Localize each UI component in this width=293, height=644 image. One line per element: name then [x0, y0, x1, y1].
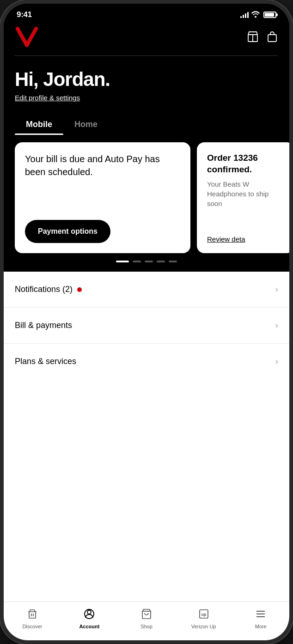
wifi-icon — [251, 11, 260, 19]
dot-1 — [116, 261, 129, 262]
more-icon — [255, 608, 266, 621]
order-card: Order 13236 confirmed. Your Beats W Head… — [197, 142, 289, 253]
notifications-label: Notifications (2) — [15, 285, 73, 294]
review-details-link[interactable]: Review deta — [207, 235, 284, 243]
verizon-logo — [15, 27, 39, 50]
order-card-title: Order 13236 confirmed. — [207, 152, 284, 175]
order-card-subtitle: Your Beats W Headphones to ship soon — [207, 179, 284, 208]
payment-options-button[interactable]: Payment options — [25, 220, 110, 243]
bottom-nav: Discover Account — [4, 601, 289, 640]
dot-3 — [145, 261, 153, 262]
signal-bars-icon — [240, 12, 249, 18]
svg-text:up: up — [201, 612, 206, 617]
notifications-chevron: › — [275, 285, 278, 294]
greeting-title: Hi, Jordan. — [15, 69, 278, 90]
notifications-menu-item[interactable]: Notifications (2) › — [4, 272, 289, 308]
notification-dot — [77, 287, 82, 292]
bill-payments-chevron: › — [275, 321, 278, 330]
notifications-left: Notifications (2) — [15, 285, 82, 294]
svg-point-6 — [87, 610, 91, 614]
bill-card: Your bill is due and Auto Pay has been s… — [15, 142, 190, 253]
discover-label: Discover — [22, 624, 42, 629]
status-bar: 9:41 — [4, 4, 289, 23]
battery-icon — [263, 12, 276, 18]
more-label: More — [255, 624, 267, 629]
status-icons — [240, 11, 276, 19]
tab-bar: Mobile Home — [4, 111, 289, 135]
phone-inner: 9:41 — [4, 4, 289, 640]
nav-verizon-up[interactable]: up Verizon Up — [175, 607, 232, 631]
cards-section: Your bill is due and Auto Pay has been s… — [4, 135, 289, 253]
main-content: Hi, Jordan. Edit profile & settings Mobi… — [4, 56, 289, 601]
bill-payments-menu-item[interactable]: Bill & payments › — [4, 308, 289, 344]
bill-card-message: Your bill is due and Auto Pay has been s… — [25, 152, 180, 178]
nav-account[interactable]: Account — [61, 607, 118, 631]
plans-services-label: Plans & services — [15, 357, 76, 366]
greeting-section: Hi, Jordan. Edit profile & settings — [4, 56, 289, 111]
account-label: Account — [79, 624, 99, 629]
bag-icon[interactable] — [266, 31, 278, 46]
nav-shop[interactable]: Shop — [118, 607, 175, 631]
dot-5 — [169, 261, 177, 262]
dot-4 — [157, 261, 165, 262]
plans-services-menu-item[interactable]: Plans & services › — [4, 344, 289, 373]
tab-home[interactable]: Home — [63, 111, 109, 135]
tab-mobile[interactable]: Mobile — [15, 111, 63, 135]
app-header — [4, 23, 289, 55]
nav-more[interactable]: More — [232, 607, 289, 631]
header-icons — [247, 31, 278, 46]
store-icon[interactable] — [247, 31, 259, 46]
edit-profile-link[interactable]: Edit profile & settings — [15, 94, 80, 102]
nav-discover[interactable]: Discover — [4, 607, 61, 631]
bill-payments-left: Bill & payments — [15, 321, 72, 330]
verizon-up-icon: up — [198, 608, 209, 621]
dots-indicator — [4, 253, 289, 272]
shop-label: Shop — [140, 624, 153, 629]
plans-services-chevron: › — [275, 357, 278, 366]
discover-icon — [27, 608, 38, 621]
phone-frame: 9:41 — [0, 0, 293, 644]
cards-scroll: Your bill is due and Auto Pay has been s… — [4, 142, 289, 253]
status-time: 9:41 — [17, 10, 32, 19]
account-icon — [84, 608, 95, 621]
menu-list: Notifications (2) › Bill & payments › — [4, 272, 289, 601]
verizon-up-label: Verizon Up — [191, 624, 216, 629]
bill-payments-label: Bill & payments — [15, 321, 72, 330]
shop-icon — [141, 608, 152, 621]
svg-rect-3 — [268, 35, 276, 42]
white-section: Notifications (2) › Bill & payments › — [4, 272, 289, 601]
dot-2 — [133, 261, 141, 262]
